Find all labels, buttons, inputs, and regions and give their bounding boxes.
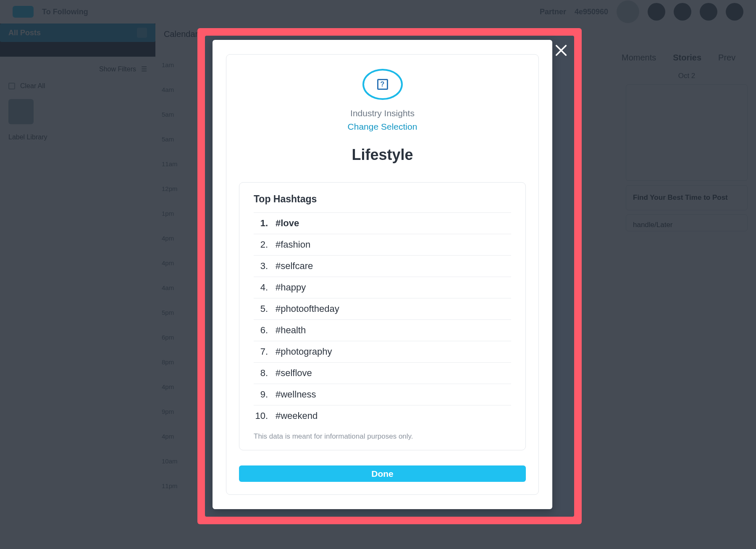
modal-outer: ? Industry Insights Change Selection Lif… <box>205 36 574 517</box>
hashtag-text: #weekend <box>276 410 318 421</box>
modal-category-title: Lifestyle <box>239 146 526 164</box>
hashtags-card: Top Hashtags 1.#love2.#fashion3.#selfcar… <box>239 182 526 450</box>
insight-icon: ? <box>362 69 403 100</box>
modal-content-card: ? Industry Insights Change Selection Lif… <box>226 54 539 495</box>
hashtag-text: #photooftheday <box>276 303 339 314</box>
hashtag-rank: 5. <box>254 303 268 314</box>
hashtag-row: 10.#weekend <box>254 405 511 426</box>
hashtag-text: #health <box>276 325 306 336</box>
modal-dialog: ? Industry Insights Change Selection Lif… <box>213 40 552 509</box>
hashtag-text: #happy <box>276 282 306 293</box>
hashtag-text: #selflove <box>276 368 312 379</box>
hashtag-text: #selfcare <box>276 261 313 272</box>
hashtags-title: Top Hashtags <box>254 193 511 212</box>
hashtag-text: #love <box>276 218 299 229</box>
hashtag-rank: 1. <box>254 218 268 229</box>
hashtag-row: 3.#selfcare <box>254 255 511 277</box>
hashtag-rank: 3. <box>254 261 268 272</box>
hashtag-rank: 6. <box>254 325 268 336</box>
hashtag-text: #wellness <box>276 389 316 400</box>
hashtag-list: 1.#love2.#fashion3.#selfcare4.#happy5.#p… <box>254 212 511 426</box>
hashtag-row: 2.#fashion <box>254 234 511 255</box>
hashtag-row: 9.#wellness <box>254 384 511 405</box>
modal-highlight-border: ? Industry Insights Change Selection Lif… <box>197 28 582 524</box>
hashtag-rank: 7. <box>254 346 268 357</box>
hashtag-rank: 9. <box>254 389 268 400</box>
hashtags-disclaimer: This data is meant for informational pur… <box>254 432 511 441</box>
hashtag-row: 8.#selflove <box>254 362 511 384</box>
close-button[interactable] <box>554 43 568 58</box>
close-icon <box>554 43 568 58</box>
hashtag-row: 5.#photooftheday <box>254 298 511 319</box>
hashtag-rank: 2. <box>254 239 268 250</box>
question-icon: ? <box>377 79 388 90</box>
change-selection-link[interactable]: Change Selection <box>239 122 526 132</box>
done-button[interactable]: Done <box>239 465 526 482</box>
hashtag-rank: 8. <box>254 368 268 379</box>
modal-subtitle: Industry Insights <box>239 108 526 118</box>
hashtag-row: 6.#health <box>254 319 511 341</box>
hashtag-row: 1.#love <box>254 212 511 234</box>
hashtag-row: 4.#happy <box>254 277 511 298</box>
hashtag-text: #fashion <box>276 239 310 250</box>
hashtag-row: 7.#photography <box>254 341 511 362</box>
hashtag-text: #photography <box>276 346 332 357</box>
hashtag-rank: 10. <box>254 410 268 421</box>
hashtag-rank: 4. <box>254 282 268 293</box>
